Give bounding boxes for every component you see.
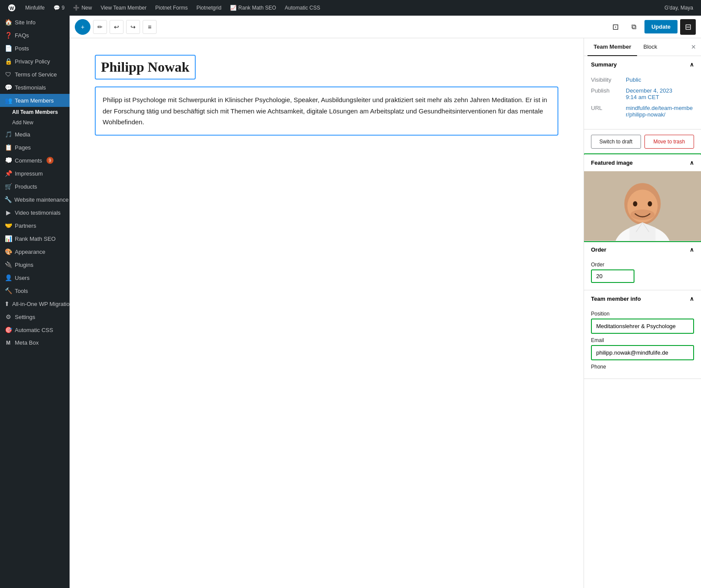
position-input[interactable] [591, 319, 694, 334]
list-view-icon: ≡ [148, 23, 151, 30]
sidebar-item-team-members[interactable]: 👥 Team Members [0, 94, 70, 107]
redo-button[interactable]: ↪ [126, 20, 140, 34]
sidebar-item-faqs[interactable]: ❓ FAQs [0, 29, 70, 42]
sidebar-item-privacy-policy[interactable]: 🔒 Privacy Policy [0, 55, 70, 68]
url-row: URL mindfulife.de/team-member/philipp-no… [591, 105, 694, 118]
sidebar-item-products[interactable]: 🛒 Products [0, 180, 70, 193]
sidebar-item-impressum[interactable]: 📌 Impressum [0, 167, 70, 180]
privacy-icon: 🔒 [4, 58, 12, 65]
comments-icon: 💭 [4, 157, 12, 164]
greeting: G'day, Maya [660, 5, 698, 11]
preview-button[interactable]: ⊡ [608, 19, 624, 35]
sidebar-item-comments[interactable]: 💭 Comments 9 [0, 154, 70, 167]
edit-button[interactable]: ✏ [93, 20, 107, 34]
update-button[interactable]: Update [644, 20, 678, 33]
rank-math-seo[interactable]: 📈 Rank Math SEO [227, 0, 280, 16]
posts-icon: 📄 [4, 45, 12, 52]
team-member-info-header[interactable]: Team member info ∧ [584, 290, 701, 307]
post-title[interactable]: Philipp Nowak [101, 59, 190, 75]
wp-logo[interactable]: W [3, 0, 20, 16]
order-header[interactable]: Order ∧ [584, 241, 701, 258]
action-buttons: Switch to draft Move to trash [584, 130, 701, 154]
testimonials-icon: 💬 [4, 84, 12, 91]
order-input[interactable] [591, 269, 634, 283]
url-value[interactable]: mindfulife.de/team-member/philipp-nowak/ [626, 105, 694, 118]
svg-point-7 [633, 201, 638, 206]
sidebar-item-meta-box[interactable]: M Meta Box [0, 336, 70, 349]
sidebar-item-tools[interactable]: 🔨 Tools [0, 284, 70, 297]
publish-value[interactable]: December 4, 2023 9:14 am CET [626, 87, 672, 100]
users-icon: 👤 [4, 274, 12, 281]
automatic-css[interactable]: Automatic CSS [281, 0, 324, 16]
sidebar-item-migration[interactable]: ⬆ All-in-One WP Migration [0, 297, 70, 310]
sidebar-sub-add-new[interactable]: Add New [0, 117, 70, 128]
tab-team-member[interactable]: Team Member [588, 38, 637, 56]
panel-close-button[interactable]: × [689, 41, 698, 53]
summary-header[interactable]: Summary ∧ [584, 56, 701, 73]
svg-text:W: W [10, 6, 14, 11]
editor-area: Philipp Nowak Philipp ist Psychologe mit… [70, 38, 701, 588]
sidebar-item-video-testimonials[interactable]: ▶ Video testimonials [0, 206, 70, 219]
notifications[interactable]: 💬 9 [50, 0, 68, 16]
featured-image[interactable] [584, 171, 701, 241]
sidebar-item-testimonials[interactable]: 💬 Testimonials [0, 81, 70, 94]
list-view-button[interactable]: ≡ [143, 20, 157, 34]
faqs-icon: ❓ [4, 32, 12, 39]
switch-draft-button[interactable]: Switch to draft [591, 135, 641, 149]
appearance-icon: 🎨 [4, 248, 12, 255]
summary-body: Visibility Public Publish December 4, 20… [584, 73, 701, 129]
sidebar-item-website-maintenance[interactable]: 🔧 Website maintenance [0, 193, 70, 206]
sidebar-item-media[interactable]: 🎵 Media [0, 128, 70, 141]
panel-tabs: Team Member Block × [584, 38, 701, 56]
featured-image-section: Featured image ∧ [584, 154, 701, 241]
content-block[interactable]: Philipp ist Psychologe mit Schwerpunkt i… [96, 87, 557, 135]
piotnet-forms[interactable]: Piotnet Forms [152, 0, 191, 16]
plugins-icon: 🔌 [4, 261, 12, 268]
chevron-up-icon-featured: ∧ [690, 159, 694, 166]
new-content[interactable]: ➕ New [70, 0, 95, 16]
chevron-up-icon-info: ∧ [690, 296, 694, 302]
email-input[interactable] [591, 345, 694, 360]
sidebar-item-rank-math[interactable]: 📊 Rank Math SEO [0, 232, 70, 245]
piotnetgrid[interactable]: Piotnetgrid [193, 0, 225, 16]
visibility-value[interactable]: Public [626, 76, 641, 83]
impressum-icon: 📌 [4, 170, 12, 177]
team-member-info-section: Team member info ∧ Position Email Phone [584, 290, 701, 379]
media-icon: 🎵 [4, 131, 12, 138]
sidebar-sub-all-team-members[interactable]: All Team Members [0, 107, 70, 117]
sidebar-item-appearance[interactable]: 🎨 Appearance [0, 245, 70, 258]
pages-icon: 📋 [4, 144, 12, 151]
sidebar-toggle-button[interactable]: ⊟ [680, 19, 696, 35]
auto-css-icon: 🎯 [4, 326, 12, 333]
admin-bar: W Minfulife 💬 9 ➕ New View Team Member P… [0, 0, 701, 16]
svg-point-9 [631, 209, 655, 220]
sidebar-item-site-info[interactable]: 🏠 Site Info [0, 16, 70, 29]
settings-icon: ⚙ [4, 313, 12, 320]
team-member-info-body: Position Email Phone [584, 307, 701, 379]
tab-block[interactable]: Block [637, 38, 663, 56]
preview-icon: ⊡ [612, 22, 619, 32]
sidebar-item-posts[interactable]: 📄 Posts [0, 42, 70, 55]
sidebar-item-terms[interactable]: 🛡 Terms of Service [0, 68, 70, 81]
meta-box-icon: M [4, 340, 12, 346]
svg-point-8 [648, 201, 652, 206]
title-block[interactable]: Philipp Nowak [96, 56, 195, 79]
view-team-member[interactable]: View Team Member [97, 0, 150, 16]
order-section: Order ∧ Order [584, 241, 701, 290]
sidebar-item-partners[interactable]: 🤝 Partners [0, 219, 70, 232]
sidebar-item-plugins[interactable]: 🔌 Plugins [0, 258, 70, 271]
external-icon: ⧉ [631, 23, 636, 31]
site-name[interactable]: Minfulife [22, 0, 48, 16]
sidebar-item-automatic-css[interactable]: 🎯 Automatic CSS [0, 323, 70, 336]
external-button[interactable]: ⧉ [626, 19, 642, 35]
order-body: Order [584, 258, 701, 290]
move-trash-button[interactable]: Move to trash [644, 135, 694, 149]
sidebar-item-settings[interactable]: ⚙ Settings [0, 310, 70, 323]
featured-image-header[interactable]: Featured image ∧ [584, 154, 701, 171]
sidebar-item-users[interactable]: 👤 Users [0, 271, 70, 284]
undo-button[interactable]: ↩ [110, 20, 124, 34]
right-panel: Team Member Block × Summary ∧ Vis [584, 38, 701, 588]
add-block-button[interactable]: + [75, 19, 90, 35]
sidebar-item-pages[interactable]: 📋 Pages [0, 141, 70, 154]
summary-section: Summary ∧ Visibility Public Publish Dece… [584, 56, 701, 130]
